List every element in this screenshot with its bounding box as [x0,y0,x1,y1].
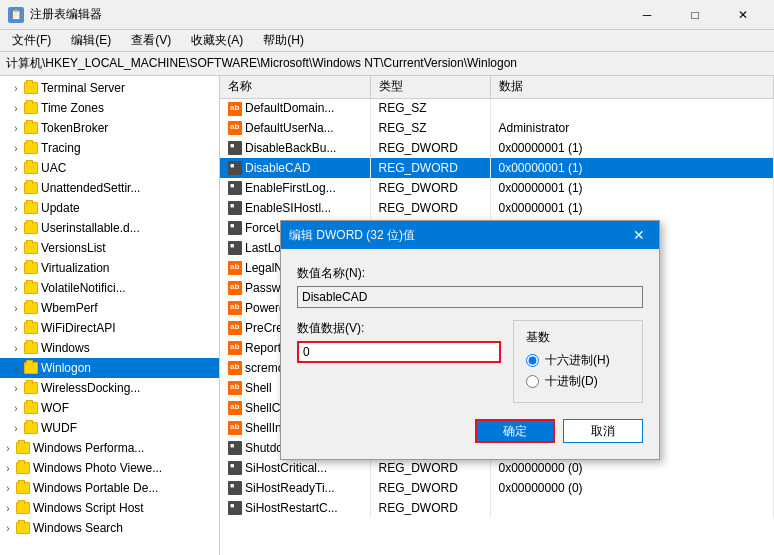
sidebar-item-userinstallable[interactable]: › Userinstallable.d... [0,218,219,238]
cell-type: REG_SZ [370,118,490,138]
cancel-button[interactable]: 取消 [563,419,643,443]
address-bar: 计算机\HKEY_LOCAL_MACHINE\SOFTWARE\Microsof… [0,52,774,76]
sidebar-item-wudf[interactable]: › WUDF [0,418,219,438]
ab-icon: ab [228,121,242,135]
name-field-group: 数值名称(N): [297,265,643,308]
sidebar-item-windows-script[interactable]: › Windows Script Host [0,498,219,518]
table-row[interactable]: ■EnableSIHostl... REG_DWORD 0x00000001 (… [220,198,774,218]
dialog-buttons: 确定 取消 [297,419,643,443]
menu-file[interactable]: 文件(F) [4,30,59,51]
dec-radio-label[interactable]: 十进制(D) [526,373,630,390]
hex-radio-label[interactable]: 十六进制(H) [526,352,630,369]
sidebar-item-wifi[interactable]: › WiFiDirectAPI [0,318,219,338]
sidebar-item-uac[interactable]: › UAC [0,158,219,178]
sidebar-item-virtualization[interactable]: › Virtualization [0,258,219,278]
table-row[interactable]: ■DisableBackBu... REG_DWORD 0x00000001 (… [220,138,774,158]
sidebar-item-windows[interactable]: › Windows [0,338,219,358]
table-row[interactable]: ■SiHostRestartC... REG_DWORD [220,498,774,518]
tree-label: Winlogon [41,361,91,375]
dialog-close-button[interactable]: ✕ [627,224,651,246]
maximize-button[interactable]: □ [672,1,718,29]
value-name: DefaultUserNa... [245,121,334,135]
folder-icon [24,302,38,314]
app-icon: 📋 [8,7,24,23]
tree-label: Windows Script Host [33,501,144,515]
sidebar-item-volatile[interactable]: › VolatileNotifici... [0,278,219,298]
dialog-body: 数值名称(N): 数值数据(V): 基数 十六进制(H) 十进制(D) [281,249,659,459]
hex-radio[interactable] [526,354,539,367]
dec-radio[interactable] [526,375,539,388]
menu-edit[interactable]: 编辑(E) [63,30,119,51]
minimize-button[interactable]: ─ [624,1,670,29]
table-row[interactable]: ■EnableFirstLog... REG_DWORD 0x00000001 … [220,178,774,198]
menu-favorites[interactable]: 收藏夹(A) [183,30,251,51]
folder-icon [24,422,38,434]
expand-icon: › [8,183,24,194]
edit-dword-dialog: 编辑 DWORD (32 位)值 ✕ 数值名称(N): 数值数据(V): 基数 … [280,220,660,460]
folder-icon [24,262,38,274]
cell-name: abDefaultDomain... [220,98,370,118]
tree-label: WUDF [41,421,77,435]
cell-data: 0x00000000 (0) [490,458,774,478]
value-name: SiHostRestartC... [245,501,338,515]
value-name: SiHostReadyTi... [245,481,335,495]
table-row[interactable]: ■DisableCAD REG_DWORD 0x00000001 (1) [220,158,774,178]
folder-icon [24,142,38,154]
sidebar-item-terminal-server[interactable]: › Terminal Server [0,78,219,98]
data-input[interactable] [297,341,501,363]
expand-icon: › [8,163,24,174]
cell-data [490,498,774,518]
sidebar-item-wireless[interactable]: › WirelessDocking... [0,378,219,398]
menu-view[interactable]: 查看(V) [123,30,179,51]
expand-icon: › [0,443,16,454]
cell-data: 0x00000001 (1) [490,138,774,158]
sidebar-item-windows-search[interactable]: › Windows Search [0,518,219,538]
sidebar-item-winlogon[interactable]: ∨ Winlogon [0,358,219,378]
tree-label: WOF [41,401,69,415]
tree-label: Update [41,201,80,215]
sidebar-item-update[interactable]: › Update [0,198,219,218]
folder-icon [16,482,30,494]
cell-type: REG_DWORD [370,198,490,218]
ab-icon: ab [228,421,242,435]
ab-icon: ab [228,261,242,275]
tree-pane[interactable]: › Terminal Server › Time Zones › TokenBr… [0,76,220,555]
table-row[interactable]: ■SiHostCritical... REG_DWORD 0x00000000 … [220,458,774,478]
name-input[interactable] [297,286,643,308]
sidebar-item-unattended[interactable]: › UnattendedSettir... [0,178,219,198]
ok-button[interactable]: 确定 [475,419,555,443]
sidebar-item-windows-portable[interactable]: › Windows Portable De... [0,478,219,498]
sidebar-item-windows-photo[interactable]: › Windows Photo Viewe... [0,458,219,478]
col-data: 数据 [490,76,774,98]
sidebar-item-tracing[interactable]: › Tracing [0,138,219,158]
sidebar-item-token-broker[interactable]: › TokenBroker [0,118,219,138]
table-row[interactable]: ■SiHostReadyTi... REG_DWORD 0x00000000 (… [220,478,774,498]
folder-icon [24,122,38,134]
expand-icon: › [8,423,24,434]
tree-label: Windows Portable De... [33,481,158,495]
folder-icon [16,502,30,514]
tree-label: Windows Photo Viewe... [33,461,162,475]
sidebar-item-time-zones[interactable]: › Time Zones [0,98,219,118]
hex-label: 十六进制(H) [545,352,610,369]
value-name: EnableSIHostl... [245,201,331,215]
sidebar-item-wbem[interactable]: › WbemPerf [0,298,219,318]
close-button[interactable]: ✕ [720,1,766,29]
tree-label: WbemPerf [41,301,98,315]
data-base-row: 数值数据(V): 基数 十六进制(H) 十进制(D) [297,320,643,403]
sidebar-item-windows-performance[interactable]: › Windows Performa... [0,438,219,458]
expand-icon: › [8,263,24,274]
folder-icon [24,282,38,294]
ab-icon: ab [228,381,242,395]
value-name: Shell [245,381,272,395]
ab-icon: ab [228,281,242,295]
sidebar-item-versions-list[interactable]: › VersionsList [0,238,219,258]
dialog-title: 编辑 DWORD (32 位)值 [289,227,415,244]
table-row[interactable]: abDefaultUserNa... REG_SZ Administrator [220,118,774,138]
menu-help[interactable]: 帮助(H) [255,30,312,51]
tree-label: Virtualization [41,261,109,275]
table-row[interactable]: abDefaultDomain... REG_SZ [220,98,774,118]
tree-label: Windows Performa... [33,441,144,455]
dword-icon: ■ [228,221,242,235]
sidebar-item-wof[interactable]: › WOF [0,398,219,418]
